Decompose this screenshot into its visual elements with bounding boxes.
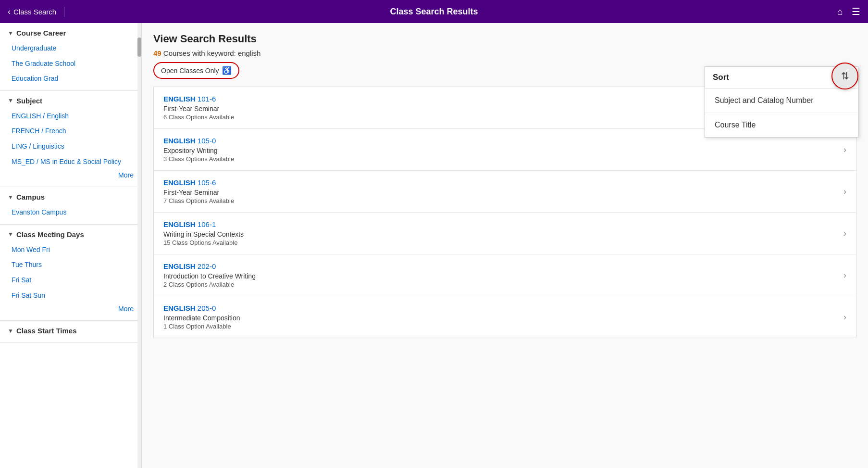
chevron-right-icon: › bbox=[843, 270, 846, 280]
chevron-down-icon: ▼ bbox=[8, 30, 13, 37]
sidebar-item-ms-ed[interactable]: MS_ED / MS in Educ & Social Policy bbox=[0, 154, 141, 170]
campus-header[interactable]: ▼ Campus bbox=[0, 187, 141, 205]
course-title: First-Year Seminar bbox=[163, 189, 838, 196]
course-title: Writing in Special Contexts bbox=[163, 230, 838, 238]
subject-label: Subject bbox=[16, 97, 42, 105]
course-info: ENGLISH 202-0 Introduction to Creative W… bbox=[163, 262, 838, 288]
campus-label: Campus bbox=[16, 193, 45, 201]
chevron-right-icon: › bbox=[843, 145, 846, 155]
open-classes-filter-tag[interactable]: Open Classes Only ♿ bbox=[153, 62, 239, 79]
results-count: 49 Courses with keyword: english bbox=[153, 49, 856, 57]
course-dept: ENGLISH bbox=[163, 262, 196, 270]
filter-tag-label: Open Classes Only bbox=[161, 67, 219, 75]
sidebar-item-mon-wed-fri[interactable]: Mon Wed Fri bbox=[0, 242, 141, 258]
course-career-header[interactable]: ▼ Course Career bbox=[0, 23, 141, 41]
course-info: ENGLISH 105-6 First-Year Seminar 7 Class… bbox=[163, 178, 838, 204]
sidebar-section-course-career: ▼ Course Career Undergraduate The Gradua… bbox=[0, 23, 141, 91]
menu-icon[interactable]: ☰ bbox=[852, 6, 860, 17]
sort-option-subject-catalog[interactable]: Subject and Catalog Number bbox=[705, 89, 858, 113]
course-number: 105-6 bbox=[198, 178, 216, 187]
course-options: 3 Class Options Available bbox=[163, 155, 838, 163]
course-dept: ENGLISH bbox=[163, 95, 196, 103]
table-row[interactable]: ENGLISH 105-6 First-Year Seminar 7 Class… bbox=[154, 171, 856, 213]
course-code: ENGLISH 105-6 bbox=[163, 178, 838, 187]
count-number: 49 bbox=[153, 49, 161, 57]
course-dept: ENGLISH bbox=[163, 178, 196, 187]
sidebar-item-undergraduate[interactable]: Undergraduate bbox=[0, 41, 141, 56]
course-number: 106-1 bbox=[198, 220, 216, 228]
content-area: View Search Results 49 Courses with keyw… bbox=[142, 23, 868, 468]
chevron-down-icon: ▼ bbox=[8, 328, 13, 334]
course-career-label: Course Career bbox=[16, 29, 66, 37]
results-text: Courses with keyword: bbox=[163, 49, 238, 57]
sidebar-item-tue-thurs[interactable]: Tue Thurs bbox=[0, 257, 141, 273]
course-number: 101-6 bbox=[198, 95, 216, 103]
filter-tag-remove-icon[interactable]: ♿ bbox=[222, 66, 232, 75]
chevron-down-icon: ▼ bbox=[8, 231, 13, 238]
course-code: ENGLISH 202-0 bbox=[163, 262, 838, 270]
keyword-text: english bbox=[238, 49, 261, 57]
chevron-down-icon: ▼ bbox=[8, 97, 13, 104]
course-dept: ENGLISH bbox=[163, 220, 196, 228]
course-dept: ENGLISH bbox=[163, 137, 196, 145]
table-row[interactable]: ENGLISH 106-1 Writing in Special Context… bbox=[154, 213, 856, 254]
class-start-times-label: Class Start Times bbox=[16, 327, 77, 335]
course-number: 205-0 bbox=[198, 304, 216, 312]
course-options: 1 Class Option Available bbox=[163, 323, 838, 330]
header-icons: ⌂ ☰ bbox=[837, 6, 860, 17]
chevron-down-icon: ▼ bbox=[8, 194, 13, 201]
class-start-times-header[interactable]: ▼ Class Start Times bbox=[0, 321, 141, 339]
subject-more-button[interactable]: More bbox=[0, 169, 141, 183]
course-options: 15 Class Options Available bbox=[163, 239, 838, 246]
sidebar-item-fri-sat[interactable]: Fri Sat bbox=[0, 273, 141, 288]
sidebar-section-subject: ▼ Subject ENGLISH / English FRENCH / Fre… bbox=[0, 91, 141, 187]
course-code: ENGLISH 105-0 bbox=[163, 137, 838, 145]
course-info: ENGLISH 205-0 Intermediate Composition 1… bbox=[163, 304, 838, 330]
table-row[interactable]: ENGLISH 205-0 Intermediate Composition 1… bbox=[154, 296, 856, 338]
sort-option-course-title[interactable]: Course Title bbox=[705, 113, 858, 137]
sidebar-item-graduate-school[interactable]: The Graduate School bbox=[0, 56, 141, 72]
sidebar-section-class-meeting-days: ▼ Class Meeting Days Mon Wed Fri Tue Thu… bbox=[0, 225, 141, 321]
class-meeting-days-header[interactable]: ▼ Class Meeting Days bbox=[0, 225, 141, 242]
scroll-thumb[interactable] bbox=[137, 38, 141, 57]
chevron-right-icon: › bbox=[843, 187, 846, 197]
sidebar-item-evanston[interactable]: Evanston Campus bbox=[0, 205, 141, 220]
sidebar-item-fri-sat-sun[interactable]: Fri Sat Sun bbox=[0, 288, 141, 304]
course-title: Introduction to Creative Writing bbox=[163, 272, 838, 280]
course-number: 202-0 bbox=[198, 262, 216, 270]
course-number: 105-0 bbox=[198, 137, 216, 145]
course-code: ENGLISH 205-0 bbox=[163, 304, 838, 312]
course-info: ENGLISH 105-0 Expository Writing 3 Class… bbox=[163, 137, 838, 163]
sidebar-section-class-start-times: ▼ Class Start Times bbox=[0, 321, 141, 343]
back-button[interactable]: ‹ Class Search bbox=[8, 7, 64, 17]
view-title: View Search Results bbox=[153, 33, 856, 45]
course-options: 2 Class Options Available bbox=[163, 281, 838, 288]
home-icon[interactable]: ⌂ bbox=[837, 6, 843, 17]
back-arrow-icon: ‹ bbox=[8, 7, 11, 17]
scroll-bar[interactable] bbox=[137, 23, 141, 468]
course-options: 7 Class Options Available bbox=[163, 197, 838, 204]
sidebar-item-french[interactable]: FRENCH / French bbox=[0, 124, 141, 139]
sidebar-section-campus: ▼ Campus Evanston Campus bbox=[0, 187, 141, 225]
table-row[interactable]: ENGLISH 202-0 Introduction to Creative W… bbox=[154, 254, 856, 296]
course-title: Expository Writing bbox=[163, 147, 838, 154]
meeting-days-more-button[interactable]: More bbox=[0, 303, 141, 316]
class-meeting-days-label: Class Meeting Days bbox=[16, 230, 84, 239]
course-info: ENGLISH 106-1 Writing in Special Context… bbox=[163, 220, 838, 246]
course-dept: ENGLISH bbox=[163, 304, 196, 312]
sidebar-item-english[interactable]: ENGLISH / English bbox=[0, 109, 141, 124]
sort-toggle-button[interactable]: ⇅ bbox=[831, 63, 858, 89]
sidebar-item-ling[interactable]: LING / Linguistics bbox=[0, 139, 141, 154]
back-label: Class Search bbox=[13, 8, 56, 16]
chevron-right-icon: › bbox=[843, 312, 846, 322]
main-layout: ▼ Course Career Undergraduate The Gradua… bbox=[0, 23, 868, 468]
sidebar-item-education-grad[interactable]: Education Grad bbox=[0, 71, 141, 87]
subject-header[interactable]: ▼ Subject bbox=[0, 91, 141, 109]
course-code: ENGLISH 106-1 bbox=[163, 220, 838, 228]
chevron-right-icon: › bbox=[843, 228, 846, 239]
course-title: Intermediate Composition bbox=[163, 314, 838, 322]
page-title: Class Search Results bbox=[390, 7, 478, 17]
sort-button-container: ⇅ bbox=[831, 63, 858, 89]
sort-panel-title: Sort bbox=[713, 73, 729, 82]
app-header: ‹ Class Search Class Search Results ⌂ ☰ bbox=[0, 0, 868, 23]
